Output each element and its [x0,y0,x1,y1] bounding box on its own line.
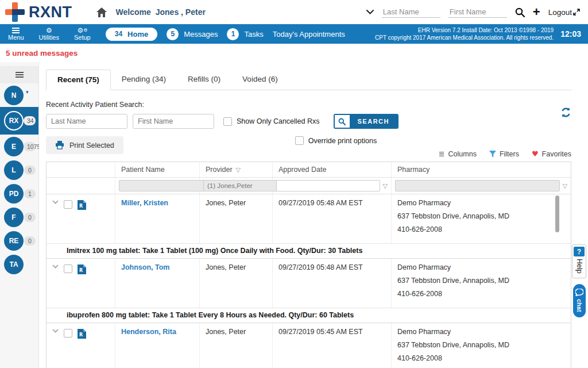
search-button[interactable]: SEARCH [334,114,399,129]
filter-triangle-icon[interactable]: ▽ [563,182,567,190]
columns-button[interactable]: ≣ Columns [439,150,477,158]
rx-record: R Miller, Kristen Jones, Peter 09/27/201… [47,194,571,259]
help-button[interactable]: ? Help [572,244,586,278]
refresh-icon[interactable] [560,107,571,118]
rx-document-icon[interactable]: R [78,264,86,274]
caret-down-icon: ▾ [26,89,29,95]
cancelled-rxs-checkbox[interactable] [223,117,232,126]
chat-button[interactable]: chat [573,284,586,318]
header-pharmacy[interactable]: Pharmacy [392,162,571,177]
pharmacy-name: Demo Pharmacy [397,328,565,336]
table-scrollbar[interactable] [555,195,559,232]
override-print-checkbox[interactable] [295,136,304,145]
sidebar-item[interactable]: E ▾ 1075 [0,135,38,158]
expand-row-icon[interactable] [52,264,59,269]
sidebar-item[interactable]: F ▾ 0 [0,205,38,229]
version-line1: EHR Version 7.2 Install Date: Oct 2013 ©… [375,26,554,34]
favorites-button[interactable]: ♥ Favorites [532,150,571,158]
unread-messages-alert[interactable]: 5 unread messages [0,44,588,62]
medication-text: Imitrex 100 mg tablet: Take 1 Tablet (10… [47,243,571,259]
nav-tab-label: Home [127,30,148,39]
expand-row-icon[interactable] [52,329,59,333]
patient-last-name-input[interactable] [46,114,127,129]
approved-filter-input[interactable] [276,180,380,191]
filter-triangle-icon[interactable]: ▽ [383,182,388,190]
patient-name-link[interactable]: Henderson, Rita [121,328,176,336]
columns-icon: ≣ [439,150,445,158]
rx-document-icon[interactable]: R [78,329,86,339]
row-checkbox[interactable] [64,200,72,209]
sidebar-item[interactable]: TA ▾ [0,252,38,276]
patient-search-label: Recent Activity Patient Search: [46,101,571,109]
sidebar-item-circle: F [4,208,24,227]
sidebar-item-badge: 0 [24,213,36,222]
table-filter-row: ▽ ▽ ▽ ▽ [47,178,571,194]
pharmacy-filter-input[interactable] [395,180,560,191]
pharmacy-cell: Demo Pharmacy 637 Tebbston Drive, Annapo… [392,259,571,308]
chevron-down-icon[interactable] [366,10,374,14]
main-content: Recent (75) Pending (34) Refills (0) Voi… [39,62,588,368]
clock: 12:03 [560,29,588,39]
expand-row-icon[interactable] [52,200,59,204]
sidebar-item[interactable]: PD ▾ 1 [0,182,38,205]
sidebar-item[interactable]: RX ▾ 34 [0,107,38,135]
rx-record: R Henderson, Rita Jones, Peter 09/27/201… [47,323,571,368]
provider-cell: Jones, Peter [200,323,273,368]
gear-icon: ⚙ [46,26,52,34]
home-icon[interactable] [96,7,107,17]
patient-name-link[interactable]: Miller, Kristen [121,199,168,207]
row-checkbox[interactable] [64,329,72,338]
menu-button[interactable]: Menu [8,26,24,41]
sidebar-item[interactable]: L ▾ 0 [0,158,38,182]
add-icon[interactable]: + [533,6,540,18]
rx-table-body: R Miller, Kristen Jones, Peter 09/27/201… [47,194,571,368]
header-approved[interactable]: Approved Date [273,162,392,177]
nav-tab-count: 1 [227,28,239,40]
rx-tabs: Recent (75) Pending (34) Refills (0) Voi… [46,69,571,90]
search-icon[interactable] [515,7,525,17]
header-provider[interactable]: Provider▽ [200,162,273,177]
sidebar-item[interactable]: N ▾ [0,83,38,107]
utilities-button[interactable]: ⚙ Utilities [39,26,59,41]
sidebar-item-circle: RX [4,111,24,131]
patient-first-name-input[interactable] [133,114,214,129]
nav-tab-label: Messages [184,30,218,39]
pharmacy-phone: 410-626-2008 [397,225,565,233]
nav-tabs: 34 Home 5 Messages 1 Tasks Today's Appoi… [106,28,345,41]
sidebar-item-badge: 34 [24,116,36,125]
nav-tab-label: Today's Appointments [273,30,345,39]
header-first-name-input[interactable] [448,6,507,18]
print-selected-button[interactable]: Print Selected [46,136,123,154]
logout-label: Logout [548,8,572,17]
rx-tab[interactable]: Refills (0) [177,70,231,90]
user-name: Jones , Peter [156,7,206,17]
nav-tab[interactable]: 5 Messages [167,28,218,40]
cancelled-rxs-label: Show Only Cancelled Rxs [237,117,320,125]
utilities-label: Utilities [39,34,59,41]
print-selected-label: Print Selected [69,141,114,150]
rx-document-icon[interactable]: R [78,200,86,210]
rx-tab[interactable]: Pending (34) [111,70,177,90]
header-last-name-input[interactable] [382,6,440,18]
sidebar-collapse-button[interactable] [0,66,38,83]
setup-button[interactable]: ⚙⚙ Setup [74,26,91,41]
help-widgets: ? Help chat [571,244,587,317]
filters-button[interactable]: Filters [489,150,519,158]
svg-text:R: R [79,268,83,273]
menu-label: Menu [8,34,24,41]
rx-tab[interactable]: Recent (75) [46,70,111,90]
brand-name: RXNT [29,3,72,21]
rx-tab[interactable]: Voided (6) [231,70,289,90]
nav-tab[interactable]: 1 Tasks [227,28,263,40]
nav-tab[interactable]: Today's Appointments [273,30,345,39]
logout-button[interactable]: Logout [548,8,580,17]
svg-text:R: R [79,332,83,338]
top-header: RXNT Welcome Jones , Peter + Logout [0,0,588,24]
nav-tab[interactable]: 34 Home [106,28,157,41]
patient-name-link[interactable]: Johnson, Tom [121,263,170,271]
columns-label: Columns [448,150,477,158]
sidebar-item[interactable]: RE ▾ 0 [0,229,38,252]
rxnt-logo[interactable]: RXNT [5,2,72,22]
header-patient[interactable]: Patient Name [115,162,200,177]
row-checkbox[interactable] [64,264,72,273]
